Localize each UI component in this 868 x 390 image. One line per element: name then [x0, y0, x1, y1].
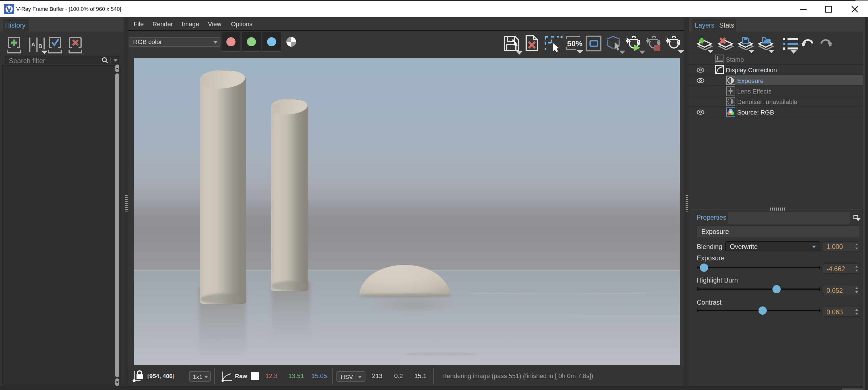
svg-text:50%: 50% [567, 39, 583, 48]
svg-text:B: B [38, 43, 42, 49]
svg-text:A: A [31, 41, 35, 47]
